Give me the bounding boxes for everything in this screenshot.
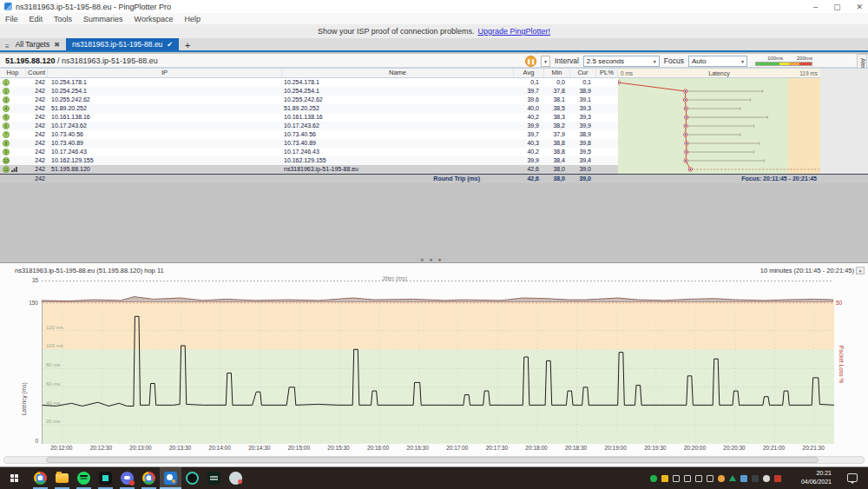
tray-dark-icon[interactable]: [752, 475, 759, 482]
tab-all-targets[interactable]: All Targets ✖: [10, 38, 66, 50]
header-count[interactable]: Count: [26, 69, 48, 77]
mouse-app-icon-glyph: [229, 472, 242, 485]
latency-column-header: 0 ms Latency 119 ms: [618, 68, 820, 78]
table-row-hop-4[interactable]: 424251.89.20.25251.89.20.25240,038,539,3: [0, 104, 618, 113]
table-row-hop-1[interactable]: 124210.254.178.110.254.178.10,10,00,1: [0, 78, 618, 87]
menu-tools[interactable]: Tools: [54, 15, 72, 23]
table-row-hop-10[interactable]: 1024210.162.129.15510.162.129.15539,938,…: [0, 156, 618, 165]
timeline-scrollbar[interactable]: [3, 456, 865, 464]
tray-graph-icon[interactable]: [684, 475, 691, 482]
avg-cell: 40,2: [514, 148, 544, 156]
taskbar-clock[interactable]: 20:21 04/06/2021: [786, 469, 832, 486]
header-hop[interactable]: Hop: [0, 69, 26, 77]
table-row-hop-8[interactable]: 824210.73.40.8910.73.40.8940,338,839,8: [0, 139, 618, 148]
menu-summaries[interactable]: Summaries: [83, 15, 123, 23]
menu-file[interactable]: File: [5, 15, 18, 23]
scrollbar-thumb[interactable]: [46, 457, 819, 463]
table-row-hop-6[interactable]: 624210.17.243.6210.17.243.6239,938,239,9: [0, 122, 618, 130]
spotify-icon[interactable]: [73, 467, 95, 489]
trace-latency-minigraph: [618, 78, 820, 174]
chrome-icon[interactable]: [138, 467, 160, 489]
pause-dropdown-icon[interactable]: ▾: [541, 56, 550, 67]
splitter-handle[interactable]: ● ● ●: [420, 256, 444, 262]
tray-display-icon[interactable]: [673, 475, 680, 482]
menu-workspace[interactable]: Workspace: [135, 15, 174, 23]
file-explorer-icon[interactable]: [51, 467, 73, 489]
menu-help[interactable]: Help: [184, 15, 201, 23]
target-bar: 51.195.88.120 / ns3181963.ip-51-195-88.e…: [0, 54, 868, 68]
pingplotter-icon[interactable]: [160, 467, 181, 489]
x-tick-label: 20:19:00: [596, 445, 635, 451]
chrome-profile-icon[interactable]: [30, 467, 51, 489]
taskbar-apps: [30, 467, 247, 489]
header-name[interactable]: Name: [282, 69, 514, 77]
tray-photos-icon[interactable]: [740, 475, 747, 482]
menu-edit[interactable]: Edit: [30, 15, 43, 23]
name-cell: 10.73.40.56: [282, 130, 514, 139]
header-ip[interactable]: IP: [48, 69, 282, 77]
table-row-hop-5[interactable]: 524210.161.138.1610.161.138.1640,238,339…: [0, 113, 618, 122]
new-tab-button[interactable]: +: [179, 40, 196, 50]
header-pl[interactable]: PL%: [596, 69, 618, 77]
aida64-icon[interactable]: [203, 467, 225, 489]
windows-logo-icon: [10, 474, 19, 483]
name-cell: ns3181963.ip-51-195-88.eu: [282, 165, 514, 174]
hop-badge: 5: [3, 114, 10, 121]
ip-cell: 10.73.40.56: [48, 130, 282, 139]
tray-update-icon[interactable]: [763, 475, 770, 482]
dark-app-icon[interactable]: [95, 467, 116, 489]
ip-cell: 51.195.88.120: [48, 165, 282, 174]
tab-close-icon[interactable]: ✖: [54, 41, 60, 49]
count-cell: 242: [26, 148, 48, 156]
spotify-icon-glyph: [77, 472, 90, 485]
focus-label: Focus: [664, 56, 684, 65]
name-cell: 10.73.40.89: [282, 139, 514, 148]
start-button[interactable]: [0, 467, 30, 489]
ip-cell: 10.161.138.16: [48, 113, 282, 122]
name-cell: 10.162.129.155: [282, 156, 514, 165]
svg-text:60 ms: 60 ms: [46, 381, 60, 387]
legend-100ms-label: 100ms: [767, 56, 783, 61]
maximize-button[interactable]: ▢: [833, 3, 841, 11]
table-row-hop-2[interactable]: 224210.254.254.110.254.254.139,737,838,9: [0, 87, 618, 96]
tray-defender-icon[interactable]: [661, 475, 668, 482]
rgb-hub-icon[interactable]: [181, 467, 203, 489]
upgrade-banner: Show your ISP proof of connection proble…: [0, 24, 868, 38]
ip-cell: 10.17.243.62: [48, 122, 282, 130]
tray-usb-icon[interactable]: [695, 475, 702, 482]
tray-speaker-icon[interactable]: [707, 475, 713, 482]
table-row-hop-9[interactable]: 924210.17.246.4310.17.246.4340,238,839,5: [0, 148, 618, 156]
action-center-icon[interactable]: [847, 473, 858, 482]
discord-icon-glyph: [121, 472, 134, 485]
table-row-hop-7[interactable]: 724210.73.40.5610.73.40.5639,737,938,9: [0, 130, 618, 139]
count-cell: 242: [26, 139, 48, 148]
upgrade-link[interactable]: Upgrade PingPlotter!: [477, 27, 550, 36]
header-cur[interactable]: Cur: [570, 69, 596, 77]
interval-select[interactable]: 2.5 seconds▾: [583, 56, 660, 67]
latency-timeline-plot[interactable]: 120 ms100 ms80 ms60 ms40 ms20 ms: [42, 302, 833, 444]
pl-cell: [596, 148, 618, 156]
header-avg[interactable]: Avg: [514, 69, 544, 77]
tray-chip-icon[interactable]: [774, 475, 781, 482]
header-min[interactable]: Min: [544, 69, 570, 77]
y-axis-min-label: 0: [24, 438, 38, 444]
tray-moon-icon[interactable]: [718, 475, 725, 482]
pause-button[interactable]: ❚❚: [525, 56, 536, 67]
minimize-button[interactable]: –: [813, 3, 818, 11]
focus-select[interactable]: Auto▾: [688, 56, 747, 67]
tab-active-target[interactable]: ns3181963.ip-51-195-88.eu ✔: [66, 38, 179, 50]
discord-icon[interactable]: [116, 467, 138, 489]
tray-upload-icon[interactable]: [729, 475, 736, 481]
table-row-hop-11[interactable]: 1124251.195.88.120ns3181963.ip-51-195-88…: [0, 165, 618, 174]
close-button[interactable]: ✕: [856, 3, 863, 11]
table-row-hop-3[interactable]: 324210.255.242.6210.255.242.6239,638,139…: [0, 96, 618, 104]
mouse-app-icon[interactable]: [225, 467, 247, 489]
table-header-row: Hop Count IP Name Avg Min Cur PL%: [0, 68, 618, 78]
avg-cell: 39,6: [514, 96, 544, 104]
x-tick-label: 20:13:00: [122, 445, 160, 451]
count-cell: 242: [26, 78, 48, 87]
min-cell: 38,2: [544, 122, 570, 130]
timeline-range-label[interactable]: 10 minutes (20:11:45 - 20:21:45): [760, 267, 854, 274]
timeline-range-dropdown-icon[interactable]: ▾: [856, 267, 865, 274]
tray-nvidia-icon[interactable]: [650, 475, 657, 482]
